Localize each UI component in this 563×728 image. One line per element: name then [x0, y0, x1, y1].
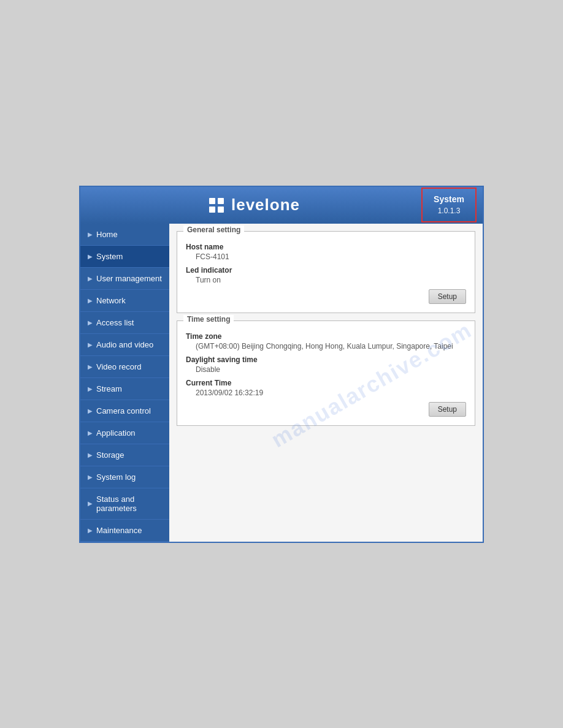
sidebar-item-storage[interactable]: ▶Storage — [80, 444, 169, 466]
sidebar-item-network[interactable]: ▶Network — [80, 290, 169, 312]
svg-rect-3 — [218, 207, 224, 213]
svg-rect-1 — [218, 198, 224, 204]
current-time-value: 2013/09/02 16:32:19 — [186, 389, 466, 397]
main-layout: ▶Home▶System▶User management▶Network▶Acc… — [80, 224, 483, 542]
sidebar-item-label: Application — [96, 428, 163, 438]
time-setting-title: Time setting — [183, 315, 234, 324]
sidebar-item-stream[interactable]: ▶Stream — [80, 378, 169, 400]
system-label: System — [431, 194, 467, 206]
sidebar-arrow-icon: ▶ — [88, 452, 93, 458]
sidebar-arrow-icon: ▶ — [88, 500, 93, 507]
sidebar-item-camera-control[interactable]: ▶Camera control — [80, 400, 169, 422]
svg-rect-0 — [209, 198, 215, 204]
led-indicator-label: Led indicator — [186, 266, 466, 275]
general-setting-content: Host name FCS-4101 Led indicator Turn on… — [177, 232, 475, 313]
sidebar: ▶Home▶System▶User management▶Network▶Acc… — [80, 224, 169, 542]
sidebar-item-label: Video record — [96, 362, 163, 371]
daylight-value: Disable — [186, 365, 466, 374]
sidebar-item-system[interactable]: ▶System — [80, 246, 169, 268]
sidebar-item-label: Stream — [96, 384, 163, 393]
sidebar-item-system-log[interactable]: ▶System log — [80, 466, 169, 488]
logo: levelone — [208, 195, 300, 214]
app-container: levelone System 1.0.1.3 ▶Home▶System▶Use… — [79, 186, 484, 543]
sidebar-item-audio-and-video[interactable]: ▶Audio and video — [80, 334, 169, 356]
sidebar-item-maintenance[interactable]: ▶Maintenance — [80, 520, 169, 542]
sidebar-item-label: Camera control — [96, 406, 163, 415]
timezone-label: Time zone — [186, 332, 466, 341]
host-name-value: FCS-4101 — [186, 252, 466, 261]
sidebar-item-video-record[interactable]: ▶Video record — [80, 356, 169, 378]
system-version: 1.0.1.3 — [431, 206, 467, 216]
logo-area: levelone — [86, 195, 421, 214]
sidebar-item-label: Access list — [96, 318, 163, 327]
host-name-label: Host name — [186, 243, 466, 251]
sidebar-item-status-and-parameters[interactable]: ▶Status and parameters — [80, 488, 169, 520]
led-indicator-value: Turn on — [186, 276, 466, 284]
sidebar-item-label: Home — [96, 230, 163, 239]
general-setup-button[interactable]: Setup — [429, 289, 466, 304]
content-area: manualarchive.com General setting Host n… — [169, 224, 483, 542]
general-setting-title: General setting — [183, 226, 244, 234]
sidebar-arrow-icon: ▶ — [88, 363, 93, 370]
sidebar-item-label: Storage — [96, 450, 163, 460]
sidebar-item-label: Audio and video — [96, 340, 163, 349]
general-setting-section: General setting Host name FCS-4101 Led i… — [177, 231, 475, 313]
sidebar-arrow-icon: ▶ — [88, 385, 93, 392]
logo-icon — [208, 197, 225, 214]
time-setting-content: Time zone (GMT+08:00) Beijing Chongqing,… — [177, 321, 475, 425]
sidebar-item-label: User management — [96, 274, 163, 283]
page-wrapper: levelone System 1.0.1.3 ▶Home▶System▶Use… — [0, 0, 563, 728]
sidebar-item-user-management[interactable]: ▶User management — [80, 268, 169, 290]
header: levelone System 1.0.1.3 — [80, 187, 483, 224]
time-setup-button[interactable]: Setup — [429, 402, 466, 417]
daylight-label: Daylight saving time — [186, 355, 466, 364]
system-badge: System 1.0.1.3 — [421, 188, 477, 222]
sidebar-arrow-icon: ▶ — [88, 297, 93, 304]
sidebar-item-access-list[interactable]: ▶Access list — [80, 312, 169, 334]
time-setting-section: Time setting Time zone (GMT+08:00) Beiji… — [177, 320, 475, 426]
sidebar-item-home[interactable]: ▶Home — [80, 224, 169, 246]
sidebar-arrow-icon: ▶ — [88, 275, 93, 282]
sidebar-item-label: Maintenance — [96, 526, 163, 535]
sidebar-item-application[interactable]: ▶Application — [80, 422, 169, 444]
current-time-label: Current Time — [186, 379, 466, 387]
sidebar-arrow-icon: ▶ — [88, 319, 93, 326]
svg-rect-2 — [209, 207, 215, 213]
sidebar-arrow-icon: ▶ — [88, 430, 93, 436]
timezone-value: (GMT+08:00) Beijing Chongqing, Hong Hong… — [186, 342, 466, 351]
sidebar-arrow-icon: ▶ — [88, 474, 93, 480]
sidebar-arrow-icon: ▶ — [88, 253, 93, 260]
sidebar-arrow-icon: ▶ — [88, 527, 93, 534]
sidebar-item-label: Status and parameters — [96, 495, 163, 513]
logo-text: levelone — [231, 195, 300, 214]
sidebar-item-label: System log — [96, 472, 163, 482]
sidebar-arrow-icon: ▶ — [88, 408, 93, 414]
sidebar-arrow-icon: ▶ — [88, 341, 93, 348]
sidebar-item-label: System — [96, 252, 163, 261]
sidebar-item-label: Network — [96, 296, 163, 305]
sidebar-arrow-icon: ▶ — [88, 231, 93, 238]
